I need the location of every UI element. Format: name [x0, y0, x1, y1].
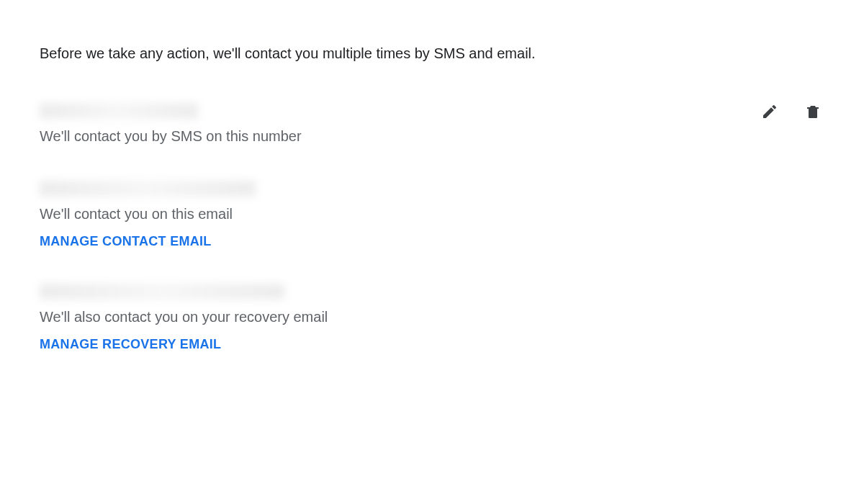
contact-email-description: We'll contact you on this email: [40, 204, 824, 224]
recovery-email-description: We'll also contact you on your recovery …: [40, 307, 824, 327]
recovery-email-value-redacted: [40, 284, 284, 300]
recovery-email-section: We'll also contact you on your recovery …: [40, 284, 824, 352]
manage-contact-email-link[interactable]: MANAGE CONTACT EMAIL: [40, 234, 212, 249]
intro-text: Before we take any action, we'll contact…: [40, 43, 824, 63]
edit-phone-button[interactable]: [758, 100, 781, 125]
phone-actions: [758, 100, 824, 125]
trash-icon: [804, 103, 822, 122]
phone-value-redacted: [40, 103, 198, 119]
pencil-icon: [761, 103, 778, 122]
phone-section: We'll contact you by SMS on this number: [40, 103, 824, 146]
contact-email-value-redacted: [40, 181, 256, 197]
phone-description: We'll contact you by SMS on this number: [40, 126, 824, 146]
delete-phone-button[interactable]: [801, 100, 824, 125]
contact-email-section: We'll contact you on this email MANAGE C…: [40, 181, 824, 249]
manage-recovery-email-link[interactable]: MANAGE RECOVERY EMAIL: [40, 337, 221, 352]
